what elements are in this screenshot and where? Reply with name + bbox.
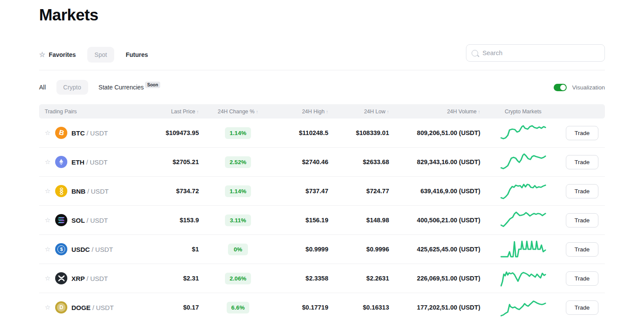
low-price: $148.98 bbox=[328, 217, 389, 224]
visualization-control: Visualization bbox=[554, 84, 605, 91]
bnb-icon bbox=[55, 185, 67, 197]
sparkline-path bbox=[501, 185, 545, 199]
sparkline-chart bbox=[480, 152, 566, 172]
high-price: $2.3358 bbox=[277, 275, 328, 282]
trade-button[interactable]: Trade bbox=[566, 155, 598, 169]
trade-button[interactable]: Trade bbox=[566, 213, 598, 228]
favorite-star-icon[interactable]: ☆ bbox=[45, 304, 50, 311]
change-badge: 0% bbox=[228, 244, 248, 255]
volume: 226,069,51.00 (USDT) bbox=[389, 275, 480, 282]
pair-label: XRP/ USDT bbox=[71, 275, 108, 282]
tab-futures[interactable]: Futures bbox=[125, 51, 148, 58]
high-price: $737.47 bbox=[277, 188, 328, 195]
markets-page: Markets ☆ Favorites Spot Futures All Cry… bbox=[39, 0, 605, 320]
pair-label: ETH/ USDT bbox=[71, 158, 107, 166]
volume: 400,506,21.00 (USDT) bbox=[389, 217, 480, 224]
volume: 809,206,51.00 (USDT) bbox=[389, 129, 480, 136]
last-price: $109473.95 bbox=[148, 129, 199, 136]
search-box[interactable] bbox=[466, 44, 605, 62]
section-divider bbox=[39, 70, 605, 70]
tab-favorites-label: Favorites bbox=[49, 51, 76, 58]
filter-state-currencies-label: State Currencies bbox=[99, 84, 144, 91]
table-row-btc: ☆ B BTC/ USDT $109473.95 1.14% $110248.5… bbox=[39, 119, 605, 148]
last-price: $734.72 bbox=[148, 188, 199, 195]
last-price: $1 bbox=[148, 246, 199, 253]
sparkline-chart bbox=[480, 239, 566, 259]
low-price: $0.16313 bbox=[328, 304, 389, 311]
sparkline-path bbox=[501, 212, 545, 227]
high-price: $156.19 bbox=[277, 217, 328, 224]
filter-all[interactable]: All bbox=[39, 84, 46, 91]
header-last-price[interactable]: Last Price↑ bbox=[148, 109, 199, 115]
sparkline-path bbox=[501, 241, 545, 257]
usdc-icon: $ bbox=[55, 243, 67, 255]
visualization-toggle[interactable] bbox=[554, 84, 567, 91]
low-price: $0.9996 bbox=[328, 246, 389, 253]
table-row-eth: ☆ ETH/ USDT $2705.21 2.52% $2740.46 $263… bbox=[39, 148, 605, 177]
pair-label: SOL/ USDT bbox=[71, 217, 108, 224]
trade-button[interactable]: Trade bbox=[566, 271, 598, 286]
trade-button[interactable]: Trade bbox=[566, 242, 598, 257]
last-price: $153.9 bbox=[148, 217, 199, 224]
asset-filter-row: All Crypto State CurrenciesSoon Visualiz… bbox=[39, 80, 605, 95]
tab-spot[interactable]: Spot bbox=[87, 47, 115, 63]
volume: 177,202,51.00 (USDT) bbox=[389, 304, 480, 311]
high-price: $0.17719 bbox=[277, 304, 328, 311]
low-price: $2633.68 bbox=[328, 158, 389, 165]
favorite-star-icon[interactable]: ☆ bbox=[45, 216, 50, 224]
header-24h-volume[interactable]: 24H Volume↑ bbox=[389, 109, 480, 115]
table-row-bnb: ☆ BNB/ USDT $734.72 1.14% $737.47 $724.7… bbox=[39, 177, 605, 206]
sparkline-chart bbox=[480, 181, 566, 201]
sparkline-chart bbox=[480, 268, 566, 288]
sort-arrow-icon: ↑ bbox=[256, 109, 258, 114]
volume: 829,343,16.00 (USDT) bbox=[389, 158, 480, 165]
high-price: $110248.5 bbox=[277, 129, 328, 136]
sparkline-chart bbox=[480, 123, 566, 143]
sparkline-path bbox=[501, 272, 545, 286]
market-type-tabs: ☆ Favorites Spot Futures bbox=[39, 47, 605, 63]
header-24h-change[interactable]: 24H Change %↑ bbox=[199, 109, 277, 115]
favorite-star-icon[interactable]: ☆ bbox=[45, 158, 50, 166]
table-row-sol: ☆ SOL/ USDT $153.9 3.11% $156.19 $148.98… bbox=[39, 206, 605, 235]
sparkline-path bbox=[501, 301, 545, 316]
tab-favorites[interactable]: ☆ Favorites bbox=[39, 51, 76, 58]
visualization-label: Visualization bbox=[572, 84, 605, 91]
high-price: $0.9999 bbox=[277, 246, 328, 253]
table-header-row: Trading Pairs Last Price↑ 24H Change %↑ … bbox=[39, 104, 605, 119]
change-badge: 1.14% bbox=[225, 185, 251, 197]
header-24h-high[interactable]: 24H High↑ bbox=[277, 109, 328, 115]
pair-label: DOGE/ USDT bbox=[71, 304, 113, 311]
table-row-xrp: ☆ XRP/ USDT $2.31 2.06% $2.3358 $2.2631 … bbox=[39, 264, 605, 293]
soon-badge: Soon bbox=[145, 82, 160, 88]
change-badge: 1.14% bbox=[225, 127, 251, 139]
last-price: $2.31 bbox=[148, 275, 199, 282]
change-badge: 2.52% bbox=[225, 156, 251, 168]
sparkline-path bbox=[501, 154, 545, 169]
favorite-star-icon[interactable]: ☆ bbox=[45, 245, 50, 253]
change-badge: 3.11% bbox=[225, 214, 251, 226]
volume: 639,416,9.00 (USDT) bbox=[389, 188, 480, 195]
page-title: Markets bbox=[39, 0, 605, 24]
header-trading-pairs: Trading Pairs bbox=[39, 109, 148, 115]
favorite-star-icon[interactable]: ☆ bbox=[45, 274, 50, 282]
header-24h-low[interactable]: 24H Low↑ bbox=[328, 109, 389, 115]
pair-label: BTC/ USDT bbox=[71, 129, 108, 137]
star-icon: ☆ bbox=[39, 51, 45, 58]
search-input[interactable] bbox=[482, 49, 599, 56]
sparkline-path bbox=[501, 126, 545, 139]
low-price: $108339.01 bbox=[328, 129, 389, 136]
filter-crypto[interactable]: Crypto bbox=[56, 80, 88, 95]
eth-icon bbox=[55, 156, 67, 168]
favorite-star-icon[interactable]: ☆ bbox=[45, 129, 50, 137]
volume: 425,625,45.00 (USDT) bbox=[389, 246, 480, 253]
favorite-star-icon[interactable]: ☆ bbox=[45, 187, 50, 195]
filter-state-currencies[interactable]: State CurrenciesSoon bbox=[99, 84, 160, 91]
high-price: $2740.46 bbox=[277, 158, 328, 165]
last-price: $2705.21 bbox=[148, 158, 199, 165]
trade-button[interactable]: Trade bbox=[566, 300, 598, 315]
sol-icon bbox=[55, 214, 67, 226]
pair-label: BNB/ USDT bbox=[71, 188, 109, 195]
trade-button[interactable]: Trade bbox=[566, 126, 598, 140]
sparkline-chart bbox=[480, 297, 566, 317]
trade-button[interactable]: Trade bbox=[566, 184, 598, 198]
